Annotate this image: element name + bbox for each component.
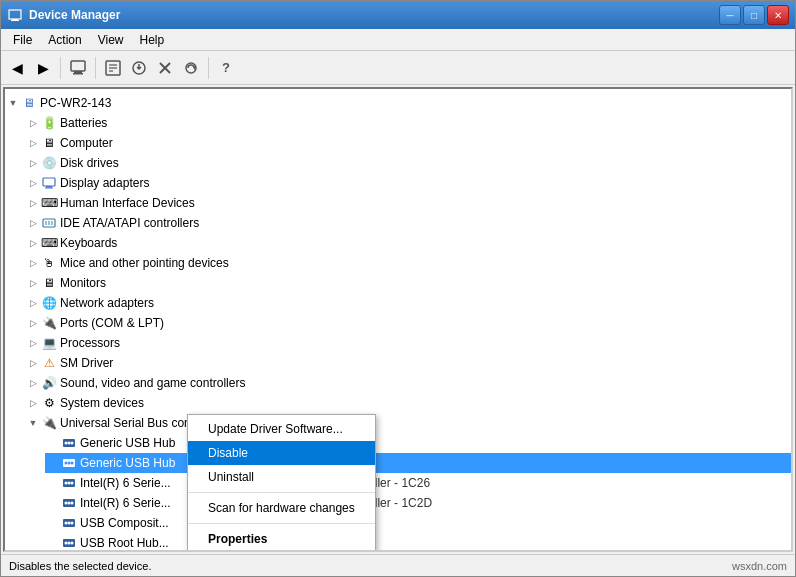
tree-item-mice[interactable]: ▷ 🖱 Mice and other pointing devices xyxy=(25,253,791,273)
tree-item-keyboards[interactable]: ▷ ⌨ Keyboards xyxy=(25,233,791,253)
tree-item-generic-hub-1[interactable]: ▷ Generic USB Hub xyxy=(45,433,791,453)
tree-item-sound[interactable]: ▷ 🔊 Sound, video and game controllers xyxy=(25,373,791,393)
svg-point-36 xyxy=(68,502,71,505)
expand-icon-display-adapters[interactable]: ▷ xyxy=(25,175,41,191)
uninstall-button[interactable] xyxy=(153,56,177,80)
expand-icon-mice[interactable]: ▷ xyxy=(25,255,41,271)
device-tree[interactable]: ▼ 🖥 PC-WR2-143 ▷ 🔋 Batteries ▷ 🖥 Compute… xyxy=(5,89,791,550)
tree-item-network[interactable]: ▷ 🌐 Network adapters xyxy=(25,293,791,313)
app-icon xyxy=(7,7,23,23)
ctx-uninstall[interactable]: Uninstall xyxy=(188,465,375,489)
close-button[interactable]: ✕ xyxy=(767,5,789,25)
ctx-sep-1 xyxy=(188,492,375,493)
tree-item-intel-2[interactable]: ▷ Intel(R) 6 Serie... Host Controller - … xyxy=(45,493,791,513)
icon-batteries: 🔋 xyxy=(41,115,57,131)
maximize-button[interactable]: □ xyxy=(743,5,765,25)
icon-system-devices: ⚙ xyxy=(41,395,57,411)
help-button[interactable]: ? xyxy=(214,56,238,80)
label-sm-driver: SM Driver xyxy=(60,356,113,370)
expand-icon-root[interactable]: ▼ xyxy=(5,95,21,111)
expand-icon-system-devices[interactable]: ▷ xyxy=(25,395,41,411)
label-usb-composite: USB Composit... xyxy=(80,516,169,530)
context-menu: Update Driver Software... Disable Uninst… xyxy=(187,414,376,552)
menu-help[interactable]: Help xyxy=(132,31,173,49)
expand-icon-ports[interactable]: ▷ xyxy=(25,315,41,331)
expand-icon-sound[interactable]: ▷ xyxy=(25,375,41,391)
forward-button[interactable]: ▶ xyxy=(31,56,55,80)
menu-action[interactable]: Action xyxy=(40,31,89,49)
tree-item-usb-composite[interactable]: ▷ USB Composit... xyxy=(45,513,791,533)
properties-button[interactable] xyxy=(101,56,125,80)
label-monitors: Monitors xyxy=(60,276,106,290)
tree-item-monitors[interactable]: ▷ 🖥 Monitors xyxy=(25,273,791,293)
tree-item-system-devices[interactable]: ▷ ⚙ System devices xyxy=(25,393,791,413)
show-hidden-button[interactable] xyxy=(66,56,90,80)
ctx-properties[interactable]: Properties xyxy=(188,527,375,551)
icon-display-adapters xyxy=(41,175,57,191)
svg-point-28 xyxy=(68,462,71,465)
tree-item-ports[interactable]: ▷ 🔌 Ports (COM & LPT) xyxy=(25,313,791,333)
svg-point-45 xyxy=(71,542,74,545)
expand-icon-computer[interactable]: ▷ xyxy=(25,135,41,151)
icon-generic-hub-1 xyxy=(61,435,77,451)
expand-icon-hid[interactable]: ▷ xyxy=(25,195,41,211)
tree-item-ide[interactable]: ▷ IDE ATA/ATAPI controllers xyxy=(25,213,791,233)
icon-pc: 🖥 xyxy=(21,95,37,111)
tree-item-disk-drives[interactable]: ▷ 💿 Disk drives xyxy=(25,153,791,173)
icon-sm-driver: ⚠ xyxy=(41,355,57,371)
expand-icon-sm-driver[interactable]: ▷ xyxy=(25,355,41,371)
svg-point-35 xyxy=(65,502,68,505)
tree-item-root[interactable]: ▼ 🖥 PC-WR2-143 xyxy=(5,93,791,113)
ctx-update-driver[interactable]: Update Driver Software... xyxy=(188,417,375,441)
svg-point-23 xyxy=(65,442,68,445)
menu-view[interactable]: View xyxy=(90,31,132,49)
ctx-scan[interactable]: Scan for hardware changes xyxy=(188,496,375,520)
svg-point-24 xyxy=(68,442,71,445)
expand-icon-usb-controllers[interactable]: ▼ xyxy=(25,415,41,431)
icon-disk-drives: 💿 xyxy=(41,155,57,171)
label-generic-hub-2: Generic USB Hub xyxy=(80,456,175,470)
back-button[interactable]: ◀ xyxy=(5,56,29,80)
tree-item-intel-1[interactable]: ▷ Intel(R) 6 Serie... Host Controller - … xyxy=(45,473,791,493)
tree-item-sm-driver[interactable]: ▷ ⚠ SM Driver xyxy=(25,353,791,373)
svg-point-44 xyxy=(68,542,71,545)
svg-rect-4 xyxy=(74,71,82,73)
tree-item-processors[interactable]: ▷ 💻 Processors xyxy=(25,333,791,353)
expand-icon-disk-drives[interactable]: ▷ xyxy=(25,155,41,171)
tree-item-computer[interactable]: ▷ 🖥 Computer xyxy=(25,133,791,153)
icon-usb-composite xyxy=(61,515,77,531)
svg-rect-2 xyxy=(11,20,19,21)
tree-item-batteries[interactable]: ▷ 🔋 Batteries xyxy=(25,113,791,133)
label-intel-1: Intel(R) 6 Serie... xyxy=(80,476,171,490)
ctx-disable[interactable]: Disable xyxy=(188,441,375,465)
svg-rect-5 xyxy=(73,73,83,75)
icon-computer: 🖥 xyxy=(41,135,57,151)
expand-icon-ide[interactable]: ▷ xyxy=(25,215,41,231)
icon-processors: 💻 xyxy=(41,335,57,351)
expand-icon-batteries[interactable]: ▷ xyxy=(25,115,41,131)
tree-item-usb-root-1[interactable]: ▷ USB Root Hub... xyxy=(45,533,791,550)
label-hid: Human Interface Devices xyxy=(60,196,195,210)
label-generic-hub-1: Generic USB Hub xyxy=(80,436,175,450)
tree-item-usb-controllers[interactable]: ▼ 🔌 Universal Serial Bus controllers xyxy=(25,413,791,433)
svg-point-31 xyxy=(65,482,68,485)
title-bar: Device Manager ─ □ ✕ xyxy=(1,1,795,29)
tree-item-generic-hub-2[interactable]: ▷ Generic USB Hub xyxy=(45,453,791,473)
expand-icon-network[interactable]: ▷ xyxy=(25,295,41,311)
svg-point-39 xyxy=(65,522,68,525)
brand-text: wsxdn.com xyxy=(732,560,787,572)
expand-icon-processors[interactable]: ▷ xyxy=(25,335,41,351)
expand-icon-keyboards[interactable]: ▷ xyxy=(25,235,41,251)
tree-item-display-adapters[interactable]: ▷ Display adapters xyxy=(25,173,791,193)
scan-button[interactable] xyxy=(179,56,203,80)
window-title: Device Manager xyxy=(29,8,120,22)
toolbar-sep-3 xyxy=(208,57,209,79)
update-driver-button[interactable] xyxy=(127,56,151,80)
label-intel-2: Intel(R) 6 Serie... xyxy=(80,496,171,510)
menu-file[interactable]: File xyxy=(5,31,40,49)
svg-rect-3 xyxy=(71,61,85,71)
minimize-button[interactable]: ─ xyxy=(719,5,741,25)
expand-icon-monitors[interactable]: ▷ xyxy=(25,275,41,291)
icon-generic-hub-2 xyxy=(61,455,77,471)
tree-item-hid[interactable]: ▷ ⌨ Human Interface Devices xyxy=(25,193,791,213)
